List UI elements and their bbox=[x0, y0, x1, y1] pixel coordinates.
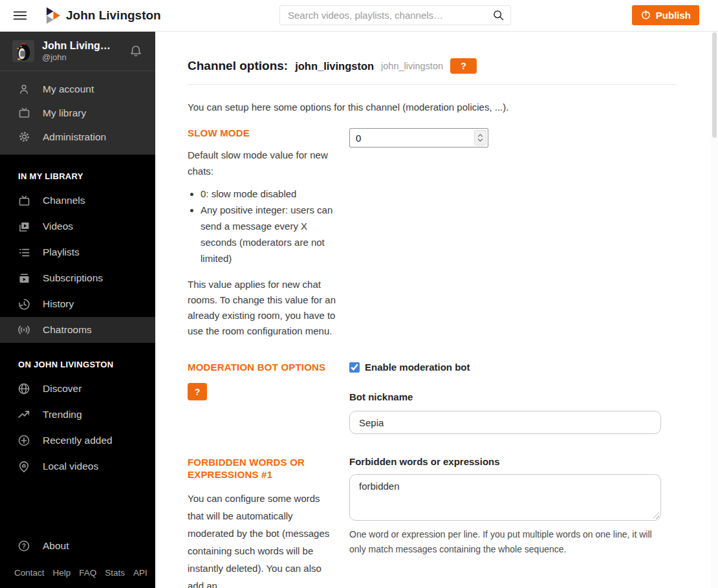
heading-divider bbox=[188, 84, 676, 85]
sidebar-item-subscriptions[interactable]: Subscriptions bbox=[0, 265, 155, 291]
trending-icon bbox=[17, 408, 31, 422]
playlist-icon bbox=[17, 246, 31, 259]
sidebar-item-trending[interactable]: Trending bbox=[0, 402, 155, 428]
history-icon bbox=[17, 298, 31, 311]
bot-nickname-label: Bot nickname bbox=[349, 391, 661, 402]
sidebar-footer-links: Contact Help FAQ Stats API bbox=[0, 559, 155, 588]
sidebar-item-local-videos[interactable]: Local videos bbox=[0, 453, 155, 479]
slow-mode-input[interactable] bbox=[350, 129, 488, 147]
sidebar-item-label: About bbox=[43, 540, 69, 552]
sidebar-item-my-library[interactable]: My library bbox=[0, 102, 155, 124]
footer-link-help[interactable]: Help bbox=[53, 568, 71, 578]
enable-bot-row: Enable moderation bot bbox=[349, 362, 661, 373]
sidebar-item-recently-added[interactable]: Recently added bbox=[0, 428, 155, 453]
footer-link-api[interactable]: API bbox=[133, 568, 147, 578]
intro-text: You can setup here some options for this… bbox=[188, 102, 718, 113]
sidebar-item-label: Recently added bbox=[43, 435, 113, 446]
page-help-button[interactable]: ? bbox=[450, 58, 477, 74]
top-header: John Livingston Publish bbox=[0, 0, 718, 31]
forbidden-words-description: You can configure some words that will b… bbox=[188, 490, 336, 588]
sidebar-item-videos[interactable]: Videos bbox=[0, 213, 155, 239]
tv-icon bbox=[17, 194, 31, 208]
sidebar-item-label: Playlists bbox=[43, 246, 80, 258]
sidebar-item-label: Chatrooms bbox=[43, 324, 92, 336]
avatar[interactable] bbox=[12, 40, 34, 62]
notifications-bell-icon[interactable] bbox=[128, 43, 144, 59]
search-input[interactable] bbox=[279, 5, 511, 25]
sidebar-item-label: Discover bbox=[43, 383, 82, 395]
moderation-bot-help-button[interactable]: ? bbox=[188, 383, 207, 400]
user-handle: @john bbox=[42, 52, 114, 62]
page-title: Channel options: bbox=[188, 59, 288, 73]
footer-link-faq[interactable]: FAQ bbox=[79, 568, 96, 578]
user-icon bbox=[17, 83, 31, 96]
forbidden-words-right-col: Forbidden words or expressions forbidden… bbox=[349, 456, 661, 588]
bullet-item: Any positive integer: users can send a m… bbox=[201, 202, 336, 267]
sidebar-item-about[interactable]: ? About bbox=[0, 533, 155, 559]
user-name[interactable]: John Livingston bbox=[42, 40, 114, 52]
scrollbar-thumb[interactable] bbox=[712, 32, 717, 138]
sidebar-item-label: Local videos bbox=[43, 461, 98, 472]
slow-mode-left-col: SLOW MODE Default slow mode value for ne… bbox=[188, 127, 336, 339]
forbidden-words-textarea[interactable]: forbidden bbox=[349, 474, 661, 521]
sidebar-item-label: Trending bbox=[43, 409, 82, 420]
footer-link-stats[interactable]: Stats bbox=[105, 568, 125, 578]
forbidden-words-helper: One word or expression per line. If you … bbox=[349, 527, 655, 557]
channel-name: john_livingston bbox=[295, 60, 374, 72]
broadcast-icon bbox=[17, 323, 31, 337]
forbidden-words-label: FORBIDDEN WORDS OR EXPRESSIONS #1 bbox=[188, 456, 336, 481]
sidebar-user-block: John Livingston @john My account bbox=[0, 31, 155, 155]
sidebar-item-discover[interactable]: Discover bbox=[0, 376, 155, 402]
sidebar-item-label: My library bbox=[43, 107, 86, 119]
search-bar bbox=[279, 5, 511, 25]
sidebar-section-title: ON JOHN LIVINGSTON bbox=[0, 343, 155, 376]
chevron-down-icon bbox=[477, 138, 483, 142]
sidebar-item-label: Subscriptions bbox=[43, 272, 103, 284]
forbidden-words-left-col: FORBIDDEN WORDS OR EXPRESSIONS #1 You ca… bbox=[188, 456, 336, 588]
publish-label: Publish bbox=[656, 10, 691, 21]
sidebar-item-label: Channels bbox=[43, 195, 85, 206]
sidebar-item-my-account[interactable]: My account bbox=[0, 78, 155, 100]
peertube-logo-icon[interactable] bbox=[47, 7, 60, 24]
sidebar-item-label: My account bbox=[43, 83, 94, 95]
plus-circle-icon bbox=[17, 433, 31, 448]
sidebar-item-label: Videos bbox=[43, 221, 73, 232]
forbidden-words-section: FORBIDDEN WORDS OR EXPRESSIONS #1 You ca… bbox=[188, 456, 718, 588]
sidebar-item-label: History bbox=[43, 298, 74, 310]
gear-icon bbox=[17, 130, 31, 144]
sidebar-item-chatrooms[interactable]: Chatrooms bbox=[0, 317, 155, 343]
moderation-bot-right-col: Enable moderation bot Bot nickname bbox=[349, 361, 661, 434]
sidebar-item-playlists[interactable]: Playlists bbox=[0, 239, 155, 265]
slow-mode-note: This value applies for new chat rooms. T… bbox=[188, 277, 336, 339]
footer-link-contact[interactable]: Contact bbox=[14, 568, 45, 578]
enable-bot-checkbox[interactable] bbox=[349, 362, 360, 373]
question-circle-icon: ? bbox=[17, 539, 31, 553]
user-row: John Livingston @john bbox=[0, 31, 155, 71]
slow-mode-right-col bbox=[349, 127, 661, 339]
upload-icon bbox=[640, 10, 651, 21]
globe-icon bbox=[17, 382, 31, 396]
moderation-bot-label: MODERATION BOT OPTIONS bbox=[188, 361, 336, 373]
slow-mode-bullets: 0: slow mode disabled Any positive integ… bbox=[188, 186, 336, 267]
moderation-bot-left-col: MODERATION BOT OPTIONS ? bbox=[188, 361, 336, 434]
slow-mode-description: Default slow mode value for new chats: bbox=[188, 147, 336, 179]
svg-text:?: ? bbox=[22, 542, 26, 550]
sidebar-item-channels[interactable]: Channels bbox=[0, 188, 155, 213]
publish-button[interactable]: Publish bbox=[632, 5, 699, 25]
search-icon[interactable] bbox=[492, 8, 505, 25]
scrollbar-track[interactable] bbox=[710, 31, 718, 588]
sidebar-item-administration[interactable]: Administration bbox=[0, 125, 155, 148]
instance-title[interactable]: John Livingston bbox=[66, 8, 161, 23]
bot-nickname-input[interactable] bbox=[349, 411, 661, 434]
home-pin-icon bbox=[17, 459, 31, 474]
sidebar-item-history[interactable]: History bbox=[0, 291, 155, 317]
slow-mode-label: SLOW MODE bbox=[188, 127, 336, 139]
main-content: Channel options: john_livingston john_li… bbox=[155, 31, 718, 588]
forbidden-words-textarea-wrap: forbidden bbox=[349, 474, 661, 521]
bullet-item: 0: slow mode disabled bbox=[201, 186, 336, 202]
menu-toggle-icon[interactable] bbox=[13, 8, 27, 23]
moderation-bot-section: MODERATION BOT OPTIONS ? Enable moderati… bbox=[188, 361, 718, 434]
number-stepper[interactable] bbox=[474, 130, 486, 146]
enable-bot-label: Enable moderation bot bbox=[365, 362, 470, 373]
page-heading: Channel options: john_livingston john_li… bbox=[188, 58, 718, 74]
